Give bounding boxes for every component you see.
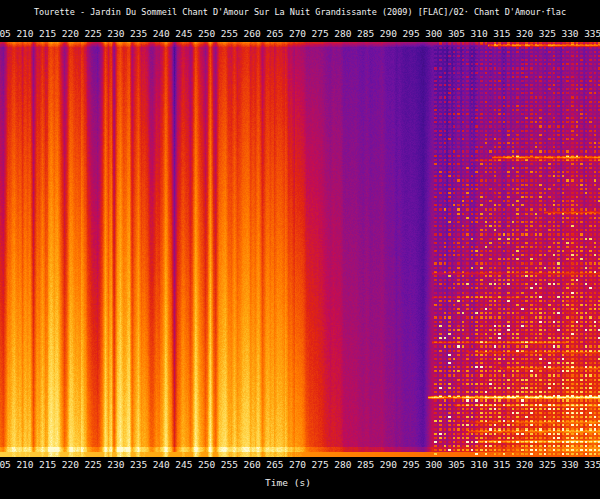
x-tick-label: 265: [266, 28, 283, 40]
x-tick-label: 325: [539, 459, 556, 471]
x-tick-label: 250: [198, 459, 215, 471]
spectrogram-window: { "title": "Tourette - Jardin Du Sommeil…: [0, 0, 600, 499]
x-tick-label: 330: [561, 28, 578, 40]
x-tick-label: 215: [39, 459, 56, 471]
x-tick-label: 205: [0, 459, 11, 471]
x-tick-label: 315: [493, 459, 510, 471]
track-title: Tourette - Jardin Du Sommeil Chant D'Amo…: [0, 7, 600, 17]
x-tick-label: 255: [221, 459, 238, 471]
x-tick-label: 250: [198, 28, 215, 40]
x-tick-label: 260: [243, 459, 260, 471]
x-tick-label: 205: [0, 28, 11, 40]
x-tick-label: 330: [561, 459, 578, 471]
x-tick-label: 220: [62, 28, 79, 40]
x-tick-label: 285: [357, 459, 374, 471]
x-tick-label: 220: [62, 459, 79, 471]
x-tick-label: 285: [357, 28, 374, 40]
x-tick-label: 280: [334, 459, 351, 471]
time-axis-bottom: 2052102152202252302352402452502552602652…: [0, 459, 600, 471]
x-tick-label: 310: [471, 459, 488, 471]
x-tick-label: 230: [107, 28, 124, 40]
x-tick-label: 290: [380, 28, 397, 40]
x-tick-label: 225: [85, 28, 102, 40]
x-tick-label: 335: [584, 459, 600, 471]
x-tick-label: 245: [175, 459, 192, 471]
x-tick-label: 300: [425, 28, 442, 40]
x-tick-label: 295: [402, 459, 419, 471]
x-tick-label: 315: [493, 28, 510, 40]
x-tick-label: 320: [516, 459, 533, 471]
x-tick-label: 225: [85, 459, 102, 471]
x-tick-label: 265: [266, 459, 283, 471]
x-tick-label: 260: [243, 28, 260, 40]
time-axis-label: Time (s): [0, 477, 576, 488]
x-tick-label: 290: [380, 459, 397, 471]
x-tick-label: 240: [153, 459, 170, 471]
x-tick-label: 235: [130, 459, 147, 471]
x-tick-label: 210: [16, 28, 33, 40]
x-tick-label: 335: [584, 28, 600, 40]
x-tick-label: 230: [107, 459, 124, 471]
x-tick-label: 275: [312, 459, 329, 471]
x-tick-label: 295: [402, 28, 419, 40]
time-axis-top: 2052102152202252302352402452502552602652…: [0, 28, 600, 40]
x-tick-label: 310: [471, 28, 488, 40]
x-tick-label: 235: [130, 28, 147, 40]
x-tick-label: 305: [448, 28, 465, 40]
x-tick-label: 300: [425, 459, 442, 471]
x-tick-label: 305: [448, 459, 465, 471]
x-tick-label: 255: [221, 28, 238, 40]
x-tick-label: 275: [312, 28, 329, 40]
spectrogram-heatmap: [0, 42, 600, 457]
x-tick-label: 270: [289, 459, 306, 471]
x-tick-label: 320: [516, 28, 533, 40]
x-tick-label: 325: [539, 28, 556, 40]
x-tick-label: 280: [334, 28, 351, 40]
x-tick-label: 215: [39, 28, 56, 40]
x-tick-label: 270: [289, 28, 306, 40]
x-tick-label: 245: [175, 28, 192, 40]
x-tick-label: 210: [16, 459, 33, 471]
x-tick-label: 240: [153, 28, 170, 40]
